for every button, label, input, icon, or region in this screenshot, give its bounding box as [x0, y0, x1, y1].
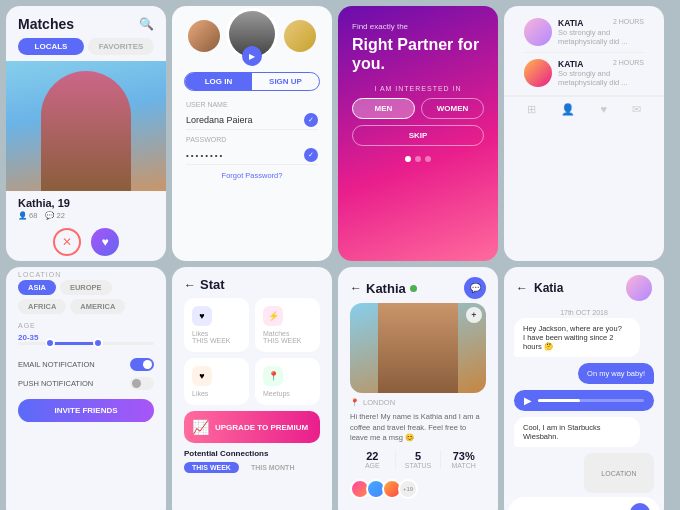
filters-panel: LOCATION ASIA EUROPE AFRICA AMERICA AGE …: [6, 267, 166, 510]
back-arrow-icon[interactable]: ←: [350, 281, 362, 295]
location-row: 📍 LONDON: [338, 393, 498, 412]
chat-person-name: Katia: [534, 281, 563, 295]
find-text: Find exactly the: [352, 22, 484, 31]
tab-favorites[interactable]: FAVORITES: [88, 38, 154, 55]
icon-heart[interactable]: ♥: [600, 103, 607, 116]
chip-america[interactable]: AMERICA: [70, 299, 125, 314]
stat-age: 22 AGE: [350, 450, 396, 469]
back-arrow-icon[interactable]: ←: [184, 278, 196, 292]
chat-item-2[interactable]: KATIA 2 HOURS So strongly and metaphysic…: [514, 55, 654, 91]
likes-icon: ♥: [192, 306, 212, 326]
stats-panel: ← Stat ♥ Likes THIS WEEK ⚡ Matches THIS …: [172, 267, 332, 510]
audio-message[interactable]: ▶: [514, 390, 654, 411]
icon-person[interactable]: 👤: [561, 103, 575, 116]
chip-asia[interactable]: ASIA: [18, 280, 56, 295]
matches-label: Matches: [263, 330, 312, 337]
stat-title: Stat: [200, 277, 225, 292]
push-notif-toggle[interactable]: [130, 377, 154, 390]
matches-title: Matches: [18, 16, 74, 32]
location-text: LONDON: [363, 398, 395, 407]
tab-locals[interactable]: LOCALS: [18, 38, 84, 55]
message-received-1: Hey Jackson, where are you?I have been w…: [514, 318, 654, 357]
likes-month-icon: ♥: [192, 366, 212, 386]
tab-this-month[interactable]: THIS MONTH: [243, 462, 303, 473]
upgrade-icon: 📈: [192, 419, 209, 435]
bubble-received-1: Hey Jackson, where are you?I have been w…: [514, 318, 640, 357]
dot-2: [415, 156, 421, 162]
chip-europe[interactable]: EUROPE: [60, 280, 112, 295]
username-label: USER NAME: [186, 101, 318, 108]
likes-label: Likes: [192, 330, 241, 337]
play-icon[interactable]: ▶: [524, 395, 532, 406]
location-label: LOCATION: [6, 267, 166, 280]
profile-photo: +: [350, 303, 486, 393]
email-notif-toggle[interactable]: [130, 358, 154, 371]
invite-friends-button[interactable]: INVITE FRIENDS: [18, 399, 154, 422]
password-check-icon: ✓: [304, 148, 318, 162]
matches-panel: Matches 🔍 LOCALS FAVORITES Kathia, 19 👤 …: [6, 6, 166, 261]
person-stat2: 💬 22: [45, 211, 64, 220]
forgot-password-link[interactable]: Forgot Password?: [186, 171, 318, 180]
username-check-icon: ✓: [304, 113, 318, 127]
chat-msg-1: So strongly and metaphysically did ...: [558, 28, 644, 46]
chip-africa[interactable]: AFRICA: [18, 299, 66, 314]
chat-time-2: 2 HOURS: [613, 59, 644, 69]
chat-item-1[interactable]: KATIA 2 HOURS So strongly and metaphysic…: [514, 14, 654, 50]
bubble-sent-1: On my way baby!: [578, 363, 654, 384]
divider-1: [524, 52, 644, 53]
matches-icon: ⚡: [263, 306, 283, 326]
men-button[interactable]: MEN: [352, 98, 415, 119]
back-arrow-icon[interactable]: ←: [516, 281, 528, 295]
age-range-slider[interactable]: [18, 342, 154, 345]
chat-avatar: [626, 275, 652, 301]
audio-progress: [538, 399, 644, 402]
message-icon[interactable]: 💬: [464, 277, 486, 299]
skip-button[interactable]: SKIP: [352, 125, 484, 146]
message-received-2: Cool, I am in Starbucks Wiesbahn.: [514, 417, 654, 447]
age-label: AGE: [18, 322, 154, 329]
push-notif-label: PUSH NOTIFICATION: [18, 379, 93, 388]
icon-message[interactable]: ✉: [632, 103, 641, 116]
upgrade-premium-button[interactable]: 📈 UPGRADE TO PREMIUM: [184, 411, 320, 443]
age-range-value: 20-35: [18, 333, 38, 342]
avatar-right: [284, 20, 316, 52]
login-panel: ▶ LOG IN SIGN UP USER NAME Loredana Paie…: [172, 6, 332, 261]
chat-panel: ← Katia 17th OCT 2018 Hey Jackson, where…: [504, 267, 664, 510]
location-card: LOCATION: [584, 453, 654, 493]
chat-name-1: KATIA: [558, 18, 583, 28]
send-button[interactable]: ▶: [630, 503, 650, 510]
chat-name-2: KATIA: [558, 59, 583, 69]
icon-grid[interactable]: ⊞: [527, 103, 536, 116]
dislike-button[interactable]: ✕: [53, 228, 81, 256]
stat-card-likes: ♥ Likes THIS WEEK: [184, 298, 249, 352]
tab-login[interactable]: LOG IN: [185, 73, 252, 90]
password-label: PASSWORD: [186, 136, 318, 143]
location-label: LOCATION: [601, 470, 636, 477]
profile-name: Kathia: [366, 281, 406, 296]
search-icon[interactable]: 🔍: [139, 17, 154, 31]
chat-time-1: 2 HOURS: [613, 18, 644, 28]
stat-match: 73% MATCH: [441, 450, 486, 469]
stat-card-matches: ⚡ Matches THIS WEEK: [255, 298, 320, 352]
stat-status: 5 STATUS: [396, 450, 442, 469]
add-photo-button[interactable]: +: [466, 307, 482, 323]
play-button[interactable]: ▶: [242, 46, 262, 66]
password-field[interactable]: ••••••••: [186, 151, 304, 160]
dot-3: [425, 156, 431, 162]
meetups-label: Meetups: [263, 390, 312, 397]
avatar-katia-2: [524, 59, 552, 87]
tab-this-week[interactable]: THIS WEEK: [184, 462, 239, 473]
chat-date: 17th OCT 2018: [504, 309, 664, 316]
onboarding-panel: Find exactly the Right Partner for you. …: [338, 6, 498, 261]
likes-sublabel: THIS WEEK: [192, 337, 241, 344]
tab-signup[interactable]: SIGN UP: [252, 73, 319, 90]
location-message: LOCATION: [514, 453, 654, 493]
upgrade-label: UPGRADE TO PREMIUM: [215, 423, 308, 432]
more-avatars[interactable]: +19: [398, 479, 418, 499]
hero-title: Right Partner for you.: [352, 35, 484, 73]
like-button[interactable]: ♥: [91, 228, 119, 256]
avatar-left: [188, 20, 220, 52]
women-button[interactable]: WOMEN: [421, 98, 484, 119]
bubble-received-2: Cool, I am in Starbucks Wiesbahn.: [514, 417, 640, 447]
username-value[interactable]: Loredana Paiera: [186, 115, 304, 125]
